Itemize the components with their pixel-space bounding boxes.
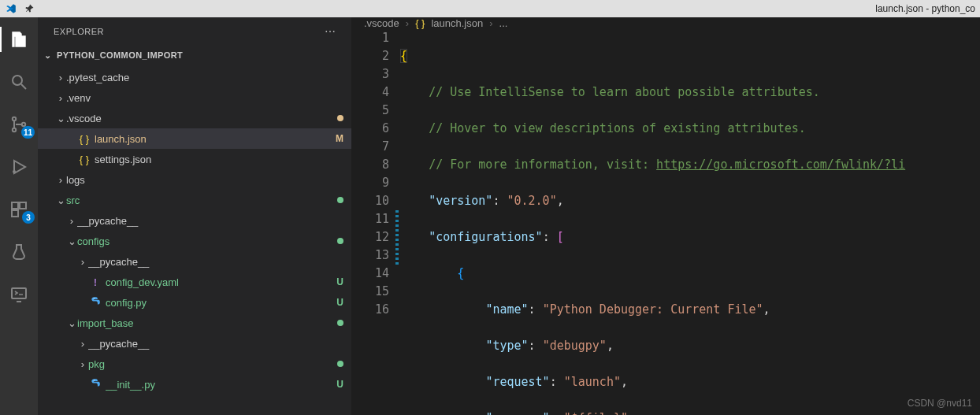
sidebar-more-icon[interactable]: ⋯ [325, 25, 336, 38]
svg-point-2 [13, 117, 16, 120]
line-number: 6 [351, 120, 389, 138]
git-modified-dot [337, 115, 343, 121]
file-tree: ›.pytest_cache›.venv⌄.vscode{ }launch.js… [38, 65, 351, 415]
line-number: 11 [351, 210, 389, 228]
python-icon [90, 296, 101, 309]
folder-label: __pycache__ [88, 256, 343, 268]
activity-source-control[interactable]: 11 [0, 109, 38, 140]
chevron-right-icon: › [55, 72, 66, 83]
line-number: 4 [351, 83, 389, 102]
file-row[interactable]: !config_dev.yamlU [38, 272, 351, 292]
folder-row[interactable]: ›__pycache__ [38, 210, 351, 231]
chevron-right-icon: › [77, 338, 88, 350]
chevron-right-icon: › [55, 92, 66, 104]
git-status: U [336, 276, 343, 287]
svg-point-11 [94, 380, 95, 380]
breadcrumb-file[interactable]: launch.json [431, 17, 483, 29]
folder-label: __pycache__ [77, 215, 343, 227]
svg-line-1 [21, 84, 26, 89]
python-icon [90, 378, 101, 391]
chevron-right-icon: › [489, 17, 492, 29]
folder-label: import_base [77, 317, 337, 329]
activity-extensions[interactable]: 3 [0, 194, 38, 225]
chevron-down-icon: ⌄ [66, 317, 77, 329]
line-number: 16 [351, 301, 389, 319]
svg-point-5 [13, 170, 16, 173]
folder-row[interactable]: ›.pytest_cache [38, 67, 351, 87]
line-number: 9 [351, 174, 389, 192]
editor-area: ▢Untitled-1test_1.py2,Mm1.pyUmain.pyMcon… [351, 17, 980, 415]
folder-row[interactable]: ⌄import_base [38, 313, 351, 333]
breadcrumb-trailing: ... [499, 17, 508, 29]
activity-testing[interactable] [0, 236, 38, 268]
folder-label: .vscode [66, 113, 337, 124]
breadcrumbs[interactable]: .vscode › { } launch.json › ... [351, 17, 980, 29]
folder-row[interactable]: ⌄.vscode [38, 108, 351, 128]
diff-indicator [395, 210, 399, 265]
sidebar-title: EXPLORER ⋯ [38, 17, 351, 45]
svg-rect-8 [12, 210, 18, 217]
json-icon: { } [80, 154, 89, 165]
git-untracked-dot [337, 320, 343, 326]
folder-row[interactable]: ⌄src [38, 190, 351, 210]
svg-rect-6 [12, 202, 18, 209]
git-untracked-dot [337, 361, 343, 367]
svg-rect-9 [12, 288, 26, 298]
svg-point-10 [94, 298, 95, 298]
json-icon: { } [80, 133, 89, 145]
folder-label: __pycache__ [88, 338, 343, 350]
file-label: __init__.py [106, 379, 330, 391]
line-number: 14 [351, 265, 389, 283]
activity-bar: 11 3 [0, 17, 38, 415]
chevron-down-icon: ⌄ [55, 113, 66, 124]
scm-badge: 11 [21, 126, 35, 139]
folder-row[interactable]: ›.venv [38, 87, 351, 108]
folder-row[interactable]: ›__pycache__ [38, 333, 351, 354]
git-status: U [336, 297, 343, 308]
file-row[interactable]: { }launch.jsonM [38, 128, 351, 149]
line-number: 8 [351, 156, 389, 174]
chevron-down-icon: ⌄ [55, 195, 66, 206]
json-icon: { } [415, 17, 425, 29]
folder-row[interactable]: ⌄configs [38, 231, 351, 251]
ext-badge: 3 [22, 211, 35, 224]
window-title: launch.json - python_co [43, 3, 975, 14]
vscode-icon [5, 3, 17, 14]
line-number: 12 [351, 228, 389, 246]
svg-point-0 [13, 76, 22, 85]
chevron-right-icon: › [66, 215, 77, 227]
activity-search[interactable] [0, 66, 38, 98]
workspace-header[interactable]: ⌄ PYTHON_COMMON_IMPORT [38, 45, 351, 65]
file-row[interactable]: { }settings.json [38, 149, 351, 169]
git-status: U [336, 379, 343, 390]
code-content[interactable]: { // Use IntelliSense to learn about pos… [400, 29, 980, 415]
folder-label: logs [66, 174, 343, 186]
activity-explorer[interactable] [0, 24, 38, 55]
breadcrumb-folder[interactable]: .vscode [364, 17, 399, 29]
file-row[interactable]: __init__.pyU [38, 374, 351, 395]
sidebar-title-label: EXPLORER [54, 27, 104, 36]
activity-remote[interactable] [0, 279, 38, 310]
folder-row[interactable]: ›pkg [38, 354, 351, 374]
line-number: 7 [351, 138, 389, 156]
pin-icon[interactable] [24, 4, 36, 13]
chevron-right-icon: › [77, 358, 88, 370]
file-label: config_dev.yaml [106, 276, 330, 288]
code-editor[interactable]: 12345678910111213141516 { // Use Intelli… [351, 29, 980, 415]
chevron-down-icon: ⌄ [66, 235, 77, 247]
git-status: M [336, 133, 343, 144]
file-row[interactable]: config.pyU [38, 292, 351, 313]
folder-row[interactable]: ›logs [38, 169, 351, 190]
chevron-right-icon: › [406, 17, 409, 29]
folder-label: src [66, 195, 337, 206]
line-numbers: 12345678910111213141516 [351, 29, 400, 415]
activity-run-debug[interactable] [0, 151, 38, 183]
git-untracked-dot [337, 197, 343, 203]
explorer-sidebar: EXPLORER ⋯ ⌄ PYTHON_COMMON_IMPORT ›.pyte… [38, 17, 351, 415]
yaml-icon: ! [94, 276, 97, 288]
chevron-right-icon: › [55, 174, 66, 186]
file-label: launch.json [95, 133, 329, 145]
folder-row[interactable]: ›__pycache__ [38, 251, 351, 272]
line-number: 13 [351, 246, 389, 265]
svg-point-3 [13, 128, 16, 132]
